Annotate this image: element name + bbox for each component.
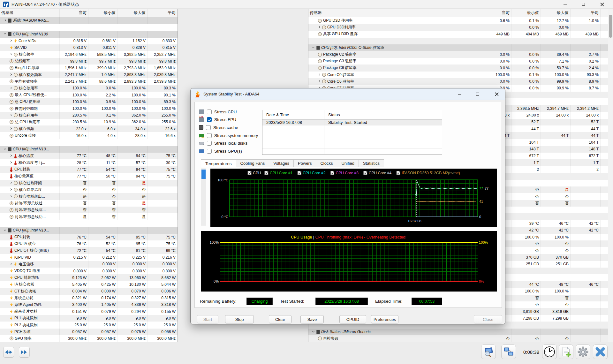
sensor-row[interactable] [0, 220, 178, 227]
report-button[interactable] [559, 345, 573, 359]
sensor-row[interactable]: 封装/环形总线过...否否是 [0, 200, 178, 207]
sensor-row[interactable]: 核心有效频率2,241.7 MHz1.0 MHz2,893.3 MHz2,039… [0, 72, 178, 78]
stress-option-stress-fpu[interactable]: Stress FPU [199, 117, 236, 123]
col-header-current[interactable]: 当前 [482, 9, 511, 17]
chevron-right-icon[interactable] [10, 87, 12, 90]
stress-option-stress-gpu-s-[interactable]: Stress GPU(s) [199, 148, 242, 155]
chevron-right-icon[interactable] [10, 195, 12, 198]
sensor-row[interactable]: CPU [#0]: Intel N10... [0, 146, 178, 153]
sensor-row[interactable]: 核心临界温度否否否 [0, 186, 178, 193]
chevron-right-icon[interactable] [10, 188, 12, 191]
window-minimize-button[interactable] [558, 0, 572, 9]
sensor-row[interactable]: 核心功耗超出...是否是 [0, 193, 178, 200]
dialog-close-button[interactable] [489, 90, 504, 99]
sensor-row[interactable]: PL1 功耗限制9.0 W9.0 W9.0 W9.0 W [0, 315, 178, 322]
sensor-row[interactable]: CPU封装76 °C54 °C95 °C75 °C [0, 234, 178, 240]
sensor-row[interactable]: PCH 功耗0.057 W0.057 W0.075 W0.058 W [0, 329, 178, 335]
dialog-maximize-button[interactable] [470, 90, 485, 99]
sensor-row[interactable]: CPU [#0]: Intel N100: C-State 驻留率 [308, 44, 608, 51]
sensor-row[interactable] [308, 38, 608, 44]
sensor-row[interactable]: CPU封装77 °C54 °C94 °C75 °C [0, 166, 178, 173]
col-header-min[interactable]: 最小值 [511, 9, 541, 17]
sensor-row[interactable] [0, 139, 178, 146]
sensor-row[interactable]: Uncore 倍频16.0 x4.0 x28.0 x16.6 x [0, 132, 178, 139]
sensor-row[interactable]: 剩余芯片功耗0.151 W0.079 W0.294 W0.155 W [0, 308, 178, 315]
sensor-row[interactable]: iGPU VID0.215 V0.212 V0.225 V0.216 V [0, 254, 178, 261]
reset-minmax-button[interactable] [3, 347, 14, 358]
col-header-sensor[interactable]: 传感器 [308, 9, 482, 17]
sensor-row[interactable]: 核心利用率280.5 %0.1 %362.0 %255.0 % [0, 112, 178, 119]
tab-clocks[interactable]: Clocks [316, 159, 337, 167]
sensor-row[interactable]: 核心温度与 Tj...28 °C11 °C57 °C30 °C [0, 159, 178, 166]
chevron-right-icon[interactable] [10, 53, 12, 56]
col-header-avg[interactable]: 平均 [571, 9, 601, 17]
exit-button[interactable] [593, 345, 608, 359]
chevron-right-icon[interactable] [10, 40, 12, 42]
col-header-sensor[interactable]: 传感器 [0, 9, 60, 17]
sensor-row[interactable]: IA 核心功耗5.405 W0.425 W10.130 W5.044 W [0, 281, 178, 288]
sensor-row[interactable]: Core C0 驻留率100.0 %0.1 %100.0 %90.3 % [308, 72, 608, 78]
sensor-row[interactable]: CPU [#0]: Intel N100 [0, 31, 178, 37]
window-restore-button[interactable] [576, 0, 591, 9]
col-header-max[interactable]: 最大值 [541, 9, 571, 17]
sensor-row[interactable]: Core VIDs0.815 V0.661 V1.152 V0.833 V [0, 38, 178, 44]
sensor-row[interactable]: Core C6 驻留率0.0 %0.0 %99.9 %8.9 % [308, 78, 608, 85]
close-button[interactable]: Close [474, 315, 502, 323]
chevron-right-icon[interactable] [10, 114, 12, 117]
sensor-row[interactable] [0, 24, 178, 31]
sensor-row[interactable]: 系统 Agent 功耗3.400 W1.405 W4.836 W3.318 W [0, 301, 178, 308]
chevron-right-icon[interactable] [4, 19, 7, 22]
sensor-row[interactable]: 核心频率2,194.6 MHz598.5 MHz3,392.5 MHz2,252… [0, 51, 178, 58]
sensor-row[interactable]: CPU GT 核心 (图形)72 °C54 °C81 °C69 °C [0, 247, 178, 254]
clock-button[interactable] [542, 345, 557, 359]
sensor-row[interactable]: 共享 GPU D3D 显存449 MB404 MB469 MB439 MB [308, 31, 608, 37]
sensor-row[interactable]: 最大 CPU/线程使...100.0 %2.2 %100.0 %90.1 % [0, 92, 178, 98]
sensor-row[interactable]: 核心最高值77 °C50 °C94 °C75 °C [0, 173, 178, 179]
window-close-button[interactable] [595, 0, 609, 9]
remote-monitoring-button[interactable] [501, 345, 516, 359]
sensor-row[interactable]: 总线频率99.8 MHz99.7 MHz99.8 MHz99.8 MHz [0, 58, 178, 64]
tab-statistics[interactable]: Statistics [359, 159, 384, 167]
chevron-right-icon[interactable] [10, 155, 12, 157]
preferences-button[interactable]: Preferences [371, 315, 398, 323]
sensor-row[interactable]: 系统总功耗0.321 W0.174 W0.327 W0.315 W [0, 295, 178, 301]
chevron-down-icon[interactable] [4, 148, 7, 151]
system-summary-button[interactable] [481, 345, 496, 359]
sensor-row[interactable]: Ring/LLC 频率1,596.1 MHz399.0 MHz2,793.8 M… [0, 64, 178, 71]
chevron-right-icon[interactable] [10, 127, 12, 130]
chevron-right-icon[interactable] [318, 26, 321, 29]
tab-cooling-fans[interactable]: Cooling Fans [236, 159, 269, 167]
tab-powers[interactable]: Powers [294, 159, 316, 167]
log-entry[interactable]: 2023/5/29 16:37:08Stability Test: Starte… [262, 120, 442, 125]
chevron-down-icon[interactable] [4, 229, 7, 232]
sensor-row[interactable]: Package C2 驻留率0.0 %0.0 %39.4 %2.7 % [308, 51, 608, 58]
sensor-row[interactable]: Package C3 驻留率0.0 %0.0 %7.1 %0.2 % [308, 58, 608, 64]
sensor-row[interactable]: CPU IA 核心76 °C52 °C95 °C75 °C [0, 240, 178, 247]
slider-thumb[interactable] [201, 170, 206, 179]
sensor-row[interactable]: CPU 封装功耗9.123 W2.062 W13.960 W8.682 W [0, 274, 178, 281]
log-col-datetime[interactable]: Date & Time [262, 110, 324, 119]
chevron-right-icon[interactable] [10, 182, 12, 185]
clear-button[interactable]: Clear [269, 315, 291, 323]
col-header-max[interactable]: 最大值 [117, 9, 148, 17]
sensor-row[interactable]: 按需时钟调制100.0 %100.0 %100.0 %100.0 % [0, 105, 178, 112]
chevron-down-icon[interactable] [312, 330, 315, 333]
stop-button[interactable]: Stop [225, 315, 254, 323]
sensor-row[interactable]: 核心过热降频否否是 [0, 180, 178, 186]
stress-option-stress-cpu[interactable]: Stress CPU [199, 109, 237, 115]
scrollbar-thumb[interactable] [609, 15, 612, 38]
save-button[interactable]: Save [300, 315, 324, 323]
checkbox[interactable] [207, 110, 212, 114]
chevron-right-icon[interactable] [10, 73, 12, 76]
log-col-status[interactable]: Status [324, 110, 442, 119]
sensor-row[interactable]: 平均有效频率2,241.7 MHz88.6 MHz2,893.3 MHz2,03… [0, 78, 178, 85]
sensor-row[interactable]: 核心使用率100.0 %0.0 %100.0 %89.3 % [0, 85, 178, 92]
sensor-row[interactable]: 总 CPU 利用率280.5 %10.9 %362.0 %255.0 % [0, 119, 178, 125]
right-panel-scrollbar[interactable] [608, 9, 613, 342]
checkbox[interactable] [207, 149, 212, 154]
sensor-row[interactable]: 封装/环形总线临...否否否 [0, 207, 178, 213]
dialog-minimize-button[interactable] [452, 90, 467, 99]
sensor-row[interactable]: GT 核心功耗0.004 W0.000 W0.070 W0.006 W [0, 288, 178, 295]
chevron-right-icon[interactable] [10, 263, 12, 266]
graph-scale-slider[interactable] [201, 169, 206, 225]
